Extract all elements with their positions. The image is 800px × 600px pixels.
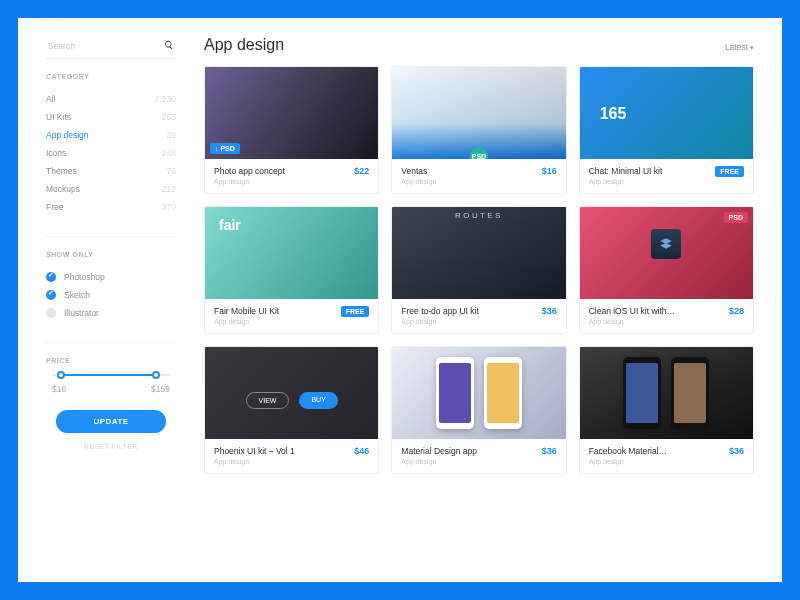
sort-dropdown[interactable]: Latest: [725, 42, 754, 52]
pill-row: VIEW BUY: [205, 392, 378, 409]
product-thumb: PSD: [580, 207, 753, 299]
product-name: Photo app concept: [214, 166, 285, 176]
search-icon: [164, 40, 174, 52]
category-label: App design: [46, 130, 89, 140]
divider: [46, 236, 176, 237]
reset-filter-link[interactable]: RESET FILTER: [46, 443, 176, 450]
category-label: All: [46, 94, 55, 104]
product-name: Phoenix UI kit – Vol 1: [214, 446, 295, 456]
product-thumb: [392, 347, 565, 439]
product-thumb: ↓ PSD: [205, 67, 378, 159]
filter-list: PhotoshopSketchIllustrator: [46, 268, 176, 322]
price-values: $16 $159: [46, 384, 176, 394]
category-count: 76: [167, 166, 176, 176]
update-button[interactable]: UPDATE: [56, 410, 166, 433]
product-name: Facebook Material…: [589, 446, 667, 456]
product-category: App design: [589, 318, 675, 325]
product-thumb: PSD: [392, 67, 565, 159]
category-list: All2,230UI Kits263App design39Icons248Th…: [46, 90, 176, 216]
category-item[interactable]: Free370: [46, 198, 176, 216]
product-category: App design: [589, 458, 667, 465]
category-item[interactable]: App design39: [46, 126, 176, 144]
sidebar: CATEGORY All2,230UI Kits263App design39I…: [46, 36, 176, 582]
category-count: 370: [162, 202, 176, 212]
product-category: App design: [401, 178, 436, 185]
category-item[interactable]: UI Kits263: [46, 108, 176, 126]
product-category: App design: [401, 458, 477, 465]
psd-round-badge: PSD: [470, 147, 488, 159]
category-item[interactable]: Mockups212: [46, 180, 176, 198]
product-grid: ↓ PSD Photo app concept App design $22 P…: [204, 66, 754, 474]
product-thumb: fair: [205, 207, 378, 299]
category-count: 263: [162, 112, 176, 122]
checkbox-icon[interactable]: [46, 272, 56, 282]
price-section: $16 $159: [46, 374, 176, 394]
product-card[interactable]: ↓ PSD Photo app concept App design $22: [204, 66, 379, 194]
category-count: 212: [162, 184, 176, 194]
filter-label: Sketch: [64, 290, 90, 300]
category-count: 39: [167, 130, 176, 140]
product-name: Chat: Minimal UI kit: [589, 166, 663, 176]
product-name: Free to-do app UI kit: [401, 306, 478, 316]
category-label: UI Kits: [46, 112, 71, 122]
buy-pill[interactable]: BUY: [299, 392, 337, 409]
phone-mock: [484, 357, 522, 429]
product-price: $36: [542, 306, 557, 316]
product-price: $22: [354, 166, 369, 176]
product-price: $16: [542, 166, 557, 176]
free-tag: FREE: [341, 306, 370, 317]
filter-item[interactable]: Photoshop: [46, 268, 176, 286]
price-slider[interactable]: [52, 374, 170, 376]
product-name: Clean iOS UI kit with…: [589, 306, 675, 316]
routes-label: ROUTES: [392, 211, 565, 220]
product-price: $46: [354, 446, 369, 456]
product-card[interactable]: 165 Chat: Minimal UI kit App design FREE: [579, 66, 754, 194]
product-card[interactable]: Material Design app App design $36: [391, 346, 566, 474]
product-category: App design: [401, 318, 478, 325]
category-item[interactable]: All2,230: [46, 90, 176, 108]
psd-badge: PSD: [724, 212, 748, 223]
checkbox-icon[interactable]: [46, 290, 56, 300]
filter-label: Illustrator: [64, 308, 99, 318]
view-pill[interactable]: VIEW: [246, 392, 290, 409]
product-name: Material Design app: [401, 446, 477, 456]
product-name: Ventas: [401, 166, 436, 176]
product-card[interactable]: ROUTES Free to-do app UI kit App design …: [391, 206, 566, 334]
phone-mock: [436, 357, 474, 429]
product-card[interactable]: fair Fair Mobile UI Kit App design FREE: [204, 206, 379, 334]
slider-handle-min[interactable]: [57, 371, 65, 379]
divider: [46, 342, 176, 343]
stack-icon: [651, 229, 681, 259]
slider-handle-max[interactable]: [152, 371, 160, 379]
search-box[interactable]: [46, 36, 176, 59]
filter-item[interactable]: Sketch: [46, 286, 176, 304]
product-card[interactable]: VIEW BUY Phoenix UI kit – Vol 1 App desi…: [204, 346, 379, 474]
page-title: App design: [204, 36, 284, 54]
product-price: $36: [729, 446, 744, 456]
category-item[interactable]: Themes76: [46, 162, 176, 180]
category-label: Free: [46, 202, 63, 212]
category-heading: CATEGORY: [46, 73, 176, 80]
filter-label: Photoshop: [64, 272, 105, 282]
product-thumb: VIEW BUY: [205, 347, 378, 439]
search-input[interactable]: [48, 41, 164, 51]
product-card[interactable]: Facebook Material… App design $36: [579, 346, 754, 474]
product-thumb: 165: [580, 67, 753, 159]
product-price: $36: [542, 446, 557, 456]
price-max: $159: [151, 384, 170, 394]
category-item[interactable]: Icons248: [46, 144, 176, 162]
product-card[interactable]: PSD Clean iOS UI kit with… App design $2…: [579, 206, 754, 334]
free-tag: FREE: [715, 166, 744, 177]
product-thumb: ROUTES: [392, 207, 565, 299]
main-header: App design Latest: [204, 36, 754, 54]
slider-range: [61, 374, 155, 376]
price-heading: PRICE: [46, 357, 176, 364]
product-category: App design: [214, 178, 285, 185]
product-card[interactable]: PSD Ventas App design $16: [391, 66, 566, 194]
category-count: 248: [162, 148, 176, 158]
filter-item[interactable]: Illustrator: [46, 304, 176, 322]
checkbox-icon[interactable]: [46, 308, 56, 318]
product-category: App design: [589, 178, 663, 185]
product-category: App design: [214, 318, 279, 325]
category-label: Themes: [46, 166, 77, 176]
